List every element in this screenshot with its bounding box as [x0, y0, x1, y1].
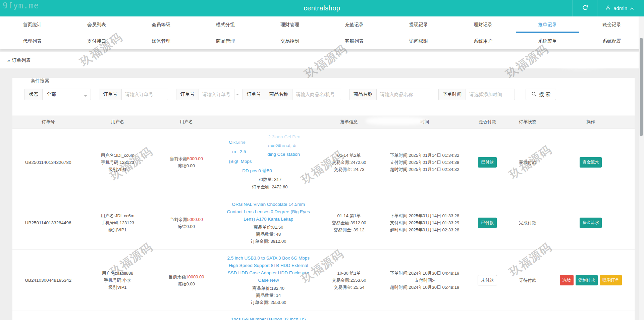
chevron-up-icon	[630, 5, 634, 11]
refresh-icon	[582, 4, 588, 12]
status-select[interactable]: 全部	[43, 89, 91, 100]
nav-item-withdraw-records[interactable]: 提现记录	[386, 16, 451, 33]
balance-cell: 当前余额5000.00 冻结0.00	[151, 196, 222, 250]
paid-badge: 已付款	[478, 218, 497, 228]
nav-item-member-list[interactable]: 会员列表	[64, 16, 129, 33]
balance-amount: 5000.00	[187, 217, 203, 222]
grab-info-cell: 01-14 第1单 交易金额:3912.00 交易佣金: 39.12	[315, 196, 382, 250]
nav-item-grab-records[interactable]: 抢单记录	[515, 16, 580, 33]
frozen-amount: 冻结0.00	[153, 162, 220, 169]
col-actions: 操作	[547, 116, 635, 129]
grab-seq: 01-14 第1单	[317, 212, 381, 219]
balance-cell: 当前余额5024.99 冻结0.00	[151, 311, 222, 320]
nav-item-finance-manage[interactable]: 理财管理	[258, 16, 322, 33]
order-time: 下单时间:2024年10月30日 04:48:19	[384, 270, 465, 277]
product-fragment: ORGIhe	[229, 139, 246, 146]
col-grab-info: 抢单信息	[315, 116, 382, 129]
product-fragment: m 2.5	[232, 148, 246, 155]
frozen-amount: 冻结0.00	[153, 223, 220, 230]
nav-item-account-change[interactable]: 账变记录	[580, 16, 644, 33]
nav-item-service-list[interactable]: 客服列表	[322, 33, 386, 49]
order-time-input[interactable]	[466, 89, 513, 100]
order-no2-filter: 订单号	[176, 89, 234, 100]
product-cell: 2.5 inch USB3.0 to SATA 3 Box 6G Mbps Hi…	[221, 250, 315, 311]
orders-table: 订单号 用户名 用户名 抢单信息 时间 是否付款 订单状态 操作 UB25011…	[12, 116, 635, 320]
product-fragment: ding Cce station	[267, 151, 300, 158]
order-no-input[interactable]	[122, 89, 169, 100]
scrollbar[interactable]	[639, 16, 644, 320]
refresh-button[interactable]	[573, 0, 597, 16]
nav-item-pay-api[interactable]: 支付接口	[64, 33, 129, 49]
status-value: 全部	[43, 91, 60, 97]
product-fragment: DD pcs 0-请50	[242, 167, 272, 174]
nav-row-2: 代理列表 支付接口 媒体管理 商品管理 交易控制 客服列表 访问权限 系统用户 …	[0, 33, 644, 49]
nav-item-home-stats[interactable]: 首页统计	[0, 16, 64, 33]
balance-amount: 5000.00	[187, 156, 203, 161]
col-paid: 是否付款	[467, 116, 508, 129]
product-link[interactable]: ORGINAL Vivian Chocolate 14.5mm Contact …	[224, 201, 312, 223]
combo-input[interactable]	[292, 89, 346, 100]
grab-info-cell: 10-30 第1单 交易金额:2553.60 交易佣金: 25.54	[315, 250, 382, 311]
user-menu[interactable]: admin	[597, 0, 644, 16]
combo-product-label: 商品名称	[265, 89, 292, 100]
time-cell: 下单时间:2025年01月14日 01:33:28 支付时间:2025年01月1…	[383, 196, 467, 250]
trade-commission: 交易佣金: 25.54	[317, 284, 381, 291]
trade-amount: 交易金额:2553.60	[317, 277, 381, 284]
product-name-input[interactable]	[377, 89, 427, 100]
nav-item-product-manage[interactable]: 商品管理	[193, 33, 258, 49]
top-bar: 9fym.me centralshop admin	[0, 0, 644, 16]
nav-item-recharge-records[interactable]: 充值记录	[322, 16, 386, 33]
product-cell: ORGINAL Vivian Chocolate 14.5mm Contact …	[221, 196, 315, 250]
fund-flow-button[interactable]: 资金流水	[580, 157, 602, 168]
pay-time: 支付时间:-	[384, 277, 465, 284]
cancel-order-button[interactable]: 取消订单	[600, 275, 622, 285]
balance-label: 当前余额	[170, 156, 187, 161]
nav-item-agent-list[interactable]: 代理列表	[0, 33, 64, 49]
grab-info-cell: 01-14 第2单 交易金额:2472.60 交易佣金: 24.73	[315, 129, 382, 196]
order-time: 下单时间:2025年01月14日 01:34:32	[384, 152, 465, 159]
nav-item-system-users[interactable]: 系统用户	[451, 33, 515, 49]
time-cell: 下单时间:2025年01月14日 01:34:32 支付时间:2025年01月1…	[383, 129, 467, 196]
product-link[interactable]: 1pcs 0-9 Number Balloon 32 Inch US Editi…	[224, 316, 312, 320]
product-link[interactable]: 2.5 inch USB3.0 to SATA 3 Box 6G Mbps Hi…	[224, 255, 312, 284]
order-amount: 订单金额: 3912.00	[223, 238, 314, 245]
freeze-button[interactable]: 冻结	[560, 275, 574, 285]
user-cell: 用户名:xiaoli888 手机号码:小李 级别VIP1	[84, 250, 151, 311]
fund-flow-button[interactable]: 资金流水	[580, 218, 602, 228]
grab-seq: 01-14 第2单	[317, 152, 381, 159]
nav-item-system-menu[interactable]: 系统菜单	[515, 33, 580, 49]
scrollbar-thumb[interactable]	[640, 38, 643, 136]
force-pay-button[interactable]: 强制付款	[576, 275, 598, 285]
breadcrumb-arrow: »	[7, 58, 10, 63]
trade-amount: 交易金额:3912.00	[317, 219, 381, 226]
nav-item-mode-group[interactable]: 模式分组	[193, 16, 258, 33]
nav-item-media-manage[interactable]: 媒体管理	[129, 33, 193, 49]
user-level: 级别VIP1	[85, 284, 150, 291]
user-cell: 用户名:JDI_cc6m 手机号码:123123 级别VIP1	[84, 196, 151, 250]
filter-row: 状态 全部 订单号 订单号 订单号 商品名称 商品	[24, 89, 625, 100]
order-no2-label: 订单号	[176, 89, 199, 100]
table-row: UB2501140134326780 用户名:JDI_cc6m 手机号码:123…	[12, 129, 635, 196]
main-nav: 首页统计 会员列表 会员等级 模式分组 理财管理 充值记录 提现记录 理财记录 …	[0, 16, 644, 49]
order-no2-input[interactable]	[199, 89, 234, 100]
user-cell: 用户名:JDI_cc6m 手机号码:123123 级别VIP1	[84, 129, 151, 196]
garbled-product-text: 2 3loon Cel Pen ORGIhe minGIhrnal, dr m …	[223, 133, 317, 191]
product-name-label: 商品名称	[350, 89, 377, 100]
search-button[interactable]: 搜 索	[526, 89, 556, 100]
nav-item-trade-control[interactable]: 交易控制	[258, 33, 322, 49]
chevron-down-icon	[84, 95, 87, 98]
product-fragment: 2 3loon Cel Pen	[268, 133, 300, 140]
nav-item-finance-records[interactable]: 理财记录	[451, 16, 515, 33]
username: admin	[613, 5, 627, 11]
col-username2: 用户名	[151, 116, 222, 129]
nav-item-access-rights[interactable]: 访问权限	[386, 33, 451, 49]
search-legend: 条件搜索	[27, 78, 53, 84]
nav-item-member-level[interactable]: 会员等级	[129, 16, 193, 33]
nav-row-1: 首页统计 会员列表 会员等级 模式分组 理财管理 充值记录 提现记录 理财记录 …	[0, 16, 644, 33]
search-panel: 条件搜索 状态 全部 订单号 订单号 订单号 商品名称	[22, 78, 625, 100]
user-icon	[605, 5, 611, 11]
unpaid-badge: 未付款	[478, 275, 497, 285]
timeout-time: 超时时间:2025年01月14日 02:33:28	[384, 226, 465, 233]
nav-item-system-config[interactable]: 系统配置	[580, 33, 644, 49]
order-amount: 订单金额: 2553.60	[223, 299, 314, 306]
